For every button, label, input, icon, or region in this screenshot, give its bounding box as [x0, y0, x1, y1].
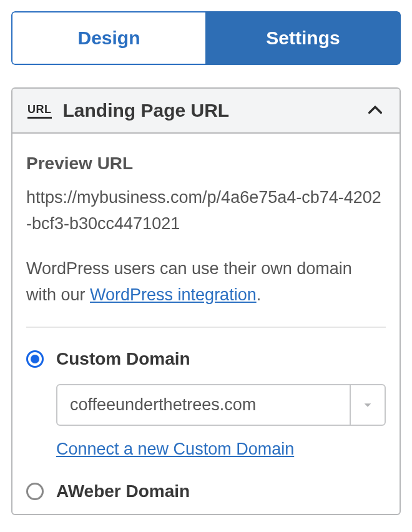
radio-aweber-domain[interactable] [26, 483, 44, 500]
aweber-domain-label: AWeber Domain [56, 481, 190, 501]
radio-custom-domain[interactable] [26, 350, 44, 368]
preview-url-value: https://mybusiness.com/p/4a6e75a4-cb74-4… [26, 185, 386, 237]
wordpress-integration-link[interactable]: WordPress integration [90, 285, 257, 304]
wordpress-note: WordPress users can use their own domain… [26, 256, 386, 328]
tab-design[interactable]: Design [11, 11, 205, 65]
url-icon: URL [27, 103, 52, 119]
custom-domain-select[interactable]: coffeeunderthetrees.com [56, 384, 386, 426]
panel-body: Preview URL https://mybusiness.com/p/4a6… [12, 134, 400, 514]
connect-new-custom-domain-link[interactable]: Connect a new Custom Domain [56, 440, 294, 458]
custom-domain-selected-value: coffeeunderthetrees.com [57, 385, 350, 425]
landing-page-url-panel: URL Landing Page URL Preview URL https:/… [11, 87, 401, 515]
custom-domain-label: Custom Domain [56, 349, 190, 369]
panel-title: Landing Page URL [63, 100, 366, 121]
chevron-down-icon [350, 385, 385, 425]
preview-url-label: Preview URL [26, 154, 386, 174]
custom-domain-option[interactable]: Custom Domain [26, 349, 386, 369]
panel-header[interactable]: URL Landing Page URL [12, 89, 400, 134]
wordpress-note-suffix: . [257, 285, 262, 304]
chevron-up-icon [366, 101, 385, 120]
aweber-domain-option[interactable]: AWeber Domain [26, 481, 386, 501]
top-tabs: Design Settings [11, 11, 401, 65]
tab-settings[interactable]: Settings [205, 11, 401, 65]
